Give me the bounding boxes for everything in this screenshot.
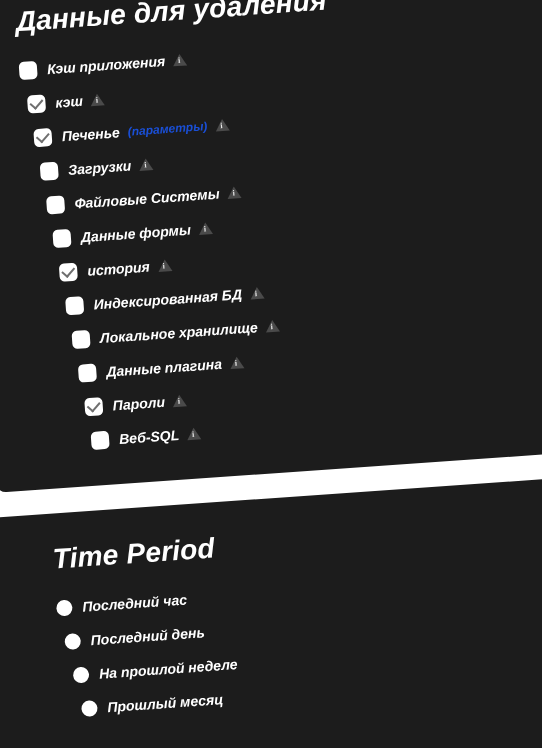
option-label: Файловые Системы — [74, 185, 220, 211]
option-label: Данные формы — [80, 222, 191, 246]
radio[interactable] — [56, 599, 73, 616]
time-options-list: Последний часПоследний деньНа прошлой не… — [55, 559, 542, 725]
option-label: Загрузки — [68, 158, 132, 178]
info-icon[interactable] — [249, 287, 264, 300]
info-icon[interactable] — [265, 320, 280, 333]
time-option-label: Последний день — [90, 624, 205, 648]
info-icon[interactable] — [90, 93, 105, 106]
section-time-period: Time Period Последний часПоследний деньН… — [0, 477, 542, 748]
option-label: Веб-SQL — [119, 427, 180, 447]
radio[interactable] — [73, 666, 90, 683]
checkbox[interactable] — [84, 397, 103, 416]
option-label: Кэш приложения — [47, 53, 166, 77]
checkbox[interactable] — [40, 162, 59, 181]
checkbox[interactable] — [59, 263, 78, 282]
checkbox[interactable] — [52, 229, 71, 248]
checkbox[interactable] — [78, 363, 97, 382]
info-icon[interactable] — [198, 222, 213, 235]
radio[interactable] — [64, 633, 81, 650]
option-label: Данные плагина — [106, 356, 223, 380]
option-label: Локальное хранилище — [99, 319, 258, 346]
info-icon[interactable] — [227, 186, 242, 199]
info-icon[interactable] — [173, 53, 188, 66]
checkbox[interactable] — [27, 94, 46, 113]
data-options-list: Кэш приложениякэшПеченье(параметры)Загру… — [18, 19, 542, 459]
option-label: Пароли — [112, 394, 165, 414]
info-icon[interactable] — [172, 394, 187, 407]
option-label: кэш — [55, 93, 84, 111]
section-data-to-delete: Данные для удаления Кэш приложениякэшПеч… — [0, 0, 542, 493]
options-link[interactable]: (параметры) — [127, 119, 208, 139]
checkbox[interactable] — [91, 431, 110, 450]
checkbox[interactable] — [65, 296, 84, 315]
option-label: история — [87, 259, 150, 279]
stage: Данные для удаления Кэш приложениякэшПеч… — [0, 0, 542, 748]
checkbox[interactable] — [33, 128, 52, 147]
time-option-label: Последний час — [82, 591, 188, 614]
time-option-label: Прошлый месяц — [107, 691, 224, 715]
radio[interactable] — [81, 700, 98, 717]
info-icon[interactable] — [139, 158, 154, 171]
info-icon[interactable] — [187, 427, 202, 440]
info-icon[interactable] — [157, 259, 172, 272]
checkbox[interactable] — [19, 61, 38, 80]
checkbox[interactable] — [46, 195, 65, 214]
time-option-label: На прошлой неделе — [99, 656, 239, 682]
option-label: Индексированная БД — [93, 286, 242, 312]
info-icon[interactable] — [229, 356, 244, 369]
checkbox[interactable] — [71, 330, 90, 349]
option-label: Печенье — [61, 124, 120, 144]
info-icon[interactable] — [215, 119, 230, 132]
